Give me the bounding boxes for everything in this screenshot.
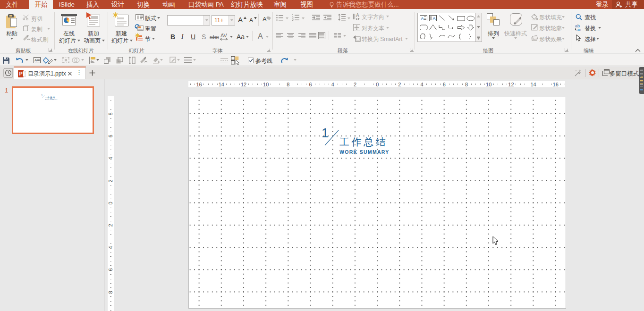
svg-text:A: A [356, 13, 359, 18]
svg-text:A: A [421, 16, 424, 21]
svg-text:P: P [19, 71, 23, 76]
svg-text:ac: ac [576, 27, 581, 32]
svg-text:A: A [433, 16, 436, 21]
